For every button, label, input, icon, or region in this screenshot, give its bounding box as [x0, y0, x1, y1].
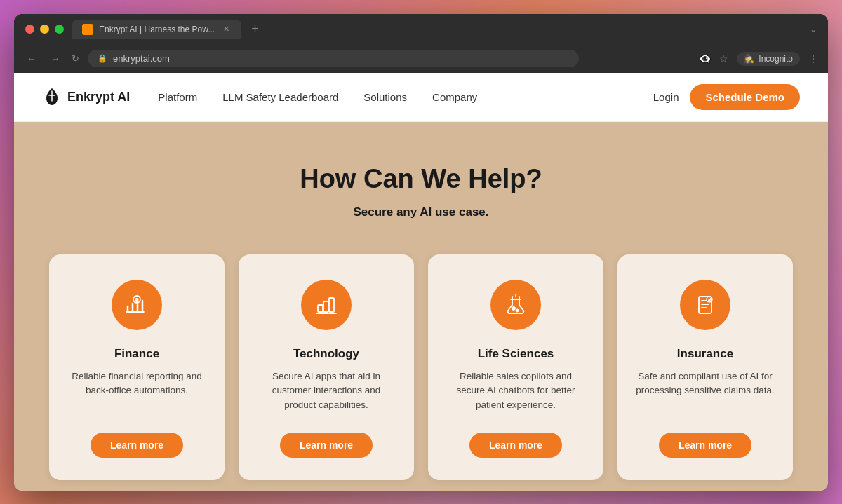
svg-rect-8 — [323, 301, 328, 312]
tab-chevron-icon[interactable]: ⌄ — [810, 25, 817, 34]
browser-addressbar: ← → ↻ 🔒 enkryptai.com 👁‍🗨 ☆ 🕵 Incognito … — [14, 45, 828, 73]
life-sciences-desc: Reliable sales copilots and secure AI ch… — [445, 369, 587, 414]
svg-point-12 — [512, 307, 515, 310]
toolbar-icons: 👁‍🗨 ☆ 🕵 Incognito ⋮ — [699, 52, 818, 66]
menu-icon[interactable]: ⋮ — [808, 53, 818, 64]
incognito-icon: 🕵 — [744, 54, 754, 64]
technology-title: Technology — [293, 347, 359, 361]
privacy-icon[interactable]: 👁‍🗨 — [699, 53, 711, 64]
bookmark-icon[interactable]: ☆ — [719, 53, 728, 64]
insurance-icon-circle: ✓ — [680, 280, 730, 330]
life-sciences-card: Life Sciences Reliable sales copilots an… — [428, 254, 603, 481]
technology-desc: Secure AI apps that aid in customer inte… — [255, 369, 397, 414]
insurance-learn-more-button[interactable]: Learn more — [659, 433, 751, 458]
nav-llm-safety[interactable]: LLM Safety Leaderboard — [222, 91, 338, 103]
hero-subtitle: Secure any AI use case. — [42, 205, 800, 219]
insurance-desc: Safe and compliant use of AI for process… — [634, 369, 776, 414]
logo-text: Enkrypt AI — [67, 90, 130, 104]
login-button[interactable]: Login — [653, 91, 679, 103]
finance-icon: $ — [124, 292, 149, 318]
svg-point-13 — [516, 309, 519, 311]
insurance-icon: ✓ — [693, 292, 718, 318]
svg-rect-9 — [329, 298, 334, 312]
active-tab[interactable]: Enkrypt AI | Harness the Pow... ✕ — [72, 20, 241, 39]
finance-title: Finance — [114, 347, 159, 361]
tab-title: Enkrypt AI | Harness the Pow... — [99, 25, 215, 34]
address-bar[interactable]: 🔒 enkryptai.com — [88, 50, 579, 67]
schedule-demo-button[interactable]: Schedule Demo — [690, 84, 800, 110]
hero-title: How Can We Help? — [42, 164, 800, 194]
page-content: Enkrypt AI Platform LLM Safety Leaderboa… — [14, 73, 828, 491]
browser-titlebar: Enkrypt AI | Harness the Pow... ✕ + ⌄ — [14, 14, 828, 45]
browser-window: Enkrypt AI | Harness the Pow... ✕ + ⌄ ← … — [14, 14, 828, 491]
insurance-card: ✓ Insurance Safe and compliant use of AI… — [617, 254, 793, 481]
finance-desc: Reliable financial reporting and back-of… — [66, 369, 208, 414]
forward-button[interactable]: → — [48, 50, 63, 67]
nav-solutions[interactable]: Solutions — [363, 91, 407, 103]
life-sciences-icon-circle — [490, 280, 541, 330]
finance-learn-more-button[interactable]: Learn more — [91, 433, 183, 458]
finance-icon-circle: $ — [112, 280, 162, 330]
technology-icon-circle — [301, 280, 352, 330]
tab-close-button[interactable]: ✕ — [220, 24, 232, 35]
nav-platform[interactable]: Platform — [158, 91, 197, 103]
svg-text:$: $ — [135, 298, 138, 302]
nav-links: Platform LLM Safety Leaderboard Solution… — [158, 91, 653, 103]
incognito-label: Incognito — [759, 54, 793, 64]
url-text: enkryptai.com — [113, 53, 170, 64]
tab-favicon — [82, 24, 93, 35]
minimize-button[interactable] — [40, 25, 49, 34]
traffic-lights — [25, 25, 64, 34]
life-sciences-icon — [503, 292, 528, 318]
life-sciences-title: Life Sciences — [478, 347, 554, 361]
reload-button[interactable]: ↻ — [72, 53, 79, 64]
navbar: Enkrypt AI Platform LLM Safety Leaderboa… — [14, 73, 828, 122]
logo-icon — [42, 87, 62, 107]
life-sciences-learn-more-button[interactable]: Learn more — [469, 433, 562, 458]
browser-tab-bar: Enkrypt AI | Harness the Pow... ✕ + ⌄ — [72, 20, 817, 39]
cards-grid: $ Finance Reliable financial reporting a… — [49, 254, 793, 481]
svg-rect-7 — [318, 305, 323, 312]
insurance-title: Insurance — [677, 347, 733, 361]
nav-company[interactable]: Company — [432, 91, 477, 103]
technology-card: Technology Secure AI apps that aid in cu… — [239, 254, 414, 481]
logo[interactable]: Enkrypt AI — [42, 87, 130, 107]
new-tab-button[interactable]: + — [247, 22, 263, 36]
finance-card: $ Finance Reliable financial reporting a… — [49, 254, 225, 481]
technology-icon — [314, 292, 339, 318]
svg-text:✓: ✓ — [708, 298, 711, 302]
technology-learn-more-button[interactable]: Learn more — [280, 433, 373, 458]
nav-actions: Login Schedule Demo — [653, 84, 800, 110]
close-button[interactable] — [25, 25, 34, 34]
back-button[interactable]: ← — [24, 50, 39, 67]
hero-section: How Can We Help? Secure any AI use case. — [14, 122, 828, 491]
incognito-button[interactable]: 🕵 Incognito — [737, 52, 800, 66]
maximize-button[interactable] — [55, 25, 64, 34]
lock-icon: 🔒 — [98, 54, 107, 63]
